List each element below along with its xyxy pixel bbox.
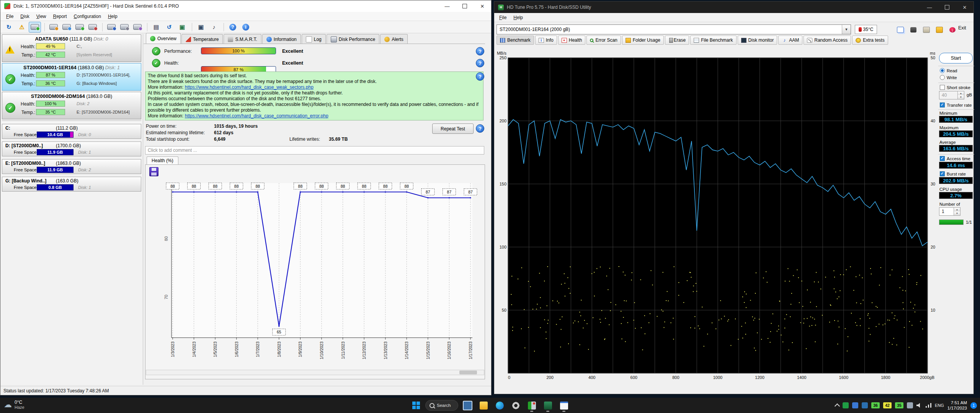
tab-disk-performance[interactable]: Disk Performance: [327, 34, 379, 44]
folder-toolbar-button[interactable]: [934, 24, 945, 35]
tab-temperature[interactable]: Temperature: [181, 34, 223, 44]
burst-rate-checkbox-control[interactable]: [940, 171, 945, 176]
tab-disk-monitor[interactable]: Disk monitor: [738, 36, 777, 45]
passes-spinner[interactable]: 1 ▲▼: [939, 207, 960, 216]
tab-health[interactable]: +Health: [558, 36, 586, 45]
info-toolbar-button[interactable]: i: [240, 22, 252, 33]
repeat-test-help-icon[interactable]: ?: [476, 124, 484, 133]
taskbar-app-notepad[interactable]: [557, 398, 571, 412]
taskbar-app-task-view[interactable]: [461, 398, 474, 412]
scrollbar-thumb[interactable]: [459, 371, 477, 374]
sync-toolbar-button[interactable]: ↺: [163, 22, 175, 33]
disk-gauge-toolbar-button[interactable]: [47, 22, 60, 33]
temperature-tray-badge[interactable]: 36: [871, 402, 880, 408]
disk-clock-toolbar-button[interactable]: [60, 22, 73, 33]
tab-extra-tests[interactable]: Extra tests: [852, 36, 888, 45]
refresh-toolbar-button[interactable]: ↻: [3, 22, 15, 33]
cloud-tray-icon[interactable]: [907, 402, 913, 408]
disk-list-item[interactable]: ST2000DM001-1ER164 (1863.0 GB) Disk: 1✓H…: [2, 63, 141, 91]
short-stroke-checkbox-control[interactable]: [940, 85, 945, 90]
sound-toolbar-button[interactable]: ♪: [208, 22, 220, 33]
printer-toolbar-button[interactable]: [921, 24, 932, 35]
partition-list-item[interactable]: C:(111.2 GB)Free Space10.4 GBDisk: 0: [2, 124, 141, 139]
spinner-down-icon[interactable]: ▼: [954, 211, 960, 215]
hdt-menu-help[interactable]: Help: [510, 14, 526, 21]
tab-information[interactable]: Information: [262, 34, 301, 44]
disk-eject-toolbar-button[interactable]: [118, 22, 131, 33]
close-button[interactable]: ✕: [474, 0, 491, 12]
close-button[interactable]: ✕: [956, 2, 973, 13]
disk-list-item[interactable]: ST2000DM006-2DM164 (1863.0 GB) ✓Health:1…: [2, 92, 141, 119]
taskbar-app-start[interactable]: [409, 398, 423, 412]
language-indicator[interactable]: ENG: [935, 403, 944, 408]
status-message-link[interactable]: https://www.hdsentinel.com/hard_disk_cas…: [185, 85, 314, 90]
help-toolbar-button[interactable]: ?: [227, 22, 239, 33]
shield-tray-icon[interactable]: [862, 402, 868, 408]
tab-overview[interactable]: Overview: [146, 33, 181, 44]
spinner-down-icon[interactable]: ▼: [958, 95, 964, 99]
message-help-icon[interactable]: ?: [476, 72, 484, 81]
read-radio-control[interactable]: [940, 68, 945, 73]
monitor-config-toolbar-button[interactable]: ▣: [195, 22, 207, 33]
tab-erase[interactable]: Erase: [665, 36, 689, 45]
access-time-checkbox[interactable]: Access time: [940, 156, 970, 161]
chart-horizontal-scrollbar[interactable]: [146, 370, 484, 375]
camera-toolbar-button[interactable]: [908, 24, 919, 35]
tab-random-access[interactable]: Random Access: [804, 36, 851, 45]
transfer-rate-checkbox-control[interactable]: [940, 102, 945, 107]
minimize-button[interactable]: —: [438, 0, 456, 12]
tab-benchmark[interactable]: Benchmark: [497, 36, 534, 45]
tab-log[interactable]: Log: [302, 34, 326, 44]
tab-aam[interactable]: ♪AAM: [778, 36, 802, 45]
partition-list-item[interactable]: D: [ST2000DM0..](1700.0 GB)Free Space11.…: [2, 141, 141, 156]
volume-icon[interactable]: [916, 403, 922, 408]
minimize-button[interactable]: —: [921, 2, 938, 13]
exit-button[interactable]: Exit: [958, 25, 966, 31]
disk-tools-toolbar-button[interactable]: [87, 22, 99, 33]
short-stroke-checkbox[interactable]: Short stroke: [940, 85, 970, 90]
health-help-icon[interactable]: ?: [476, 59, 484, 67]
taskbar-app-file-explorer[interactable]: [477, 398, 490, 412]
maximize-button[interactable]: [456, 0, 474, 12]
temperature-tray-badge[interactable]: 42: [883, 402, 892, 408]
tab-error-scan[interactable]: Error Scan: [586, 36, 621, 45]
hds-menu-disk[interactable]: Disk: [17, 13, 33, 20]
write-radio-control[interactable]: [940, 75, 945, 80]
access-time-checkbox-control[interactable]: [940, 156, 945, 161]
taskbar-clock[interactable]: 7:51 AM1/17/2023: [947, 400, 967, 411]
hds-menu-file[interactable]: File: [3, 13, 17, 20]
temperature-tray-badge[interactable]: 35: [895, 402, 903, 408]
notification-badge[interactable]: 1: [970, 402, 977, 409]
hdsentinel-tray-icon[interactable]: [843, 402, 849, 408]
write-radio[interactable]: Write: [940, 75, 957, 80]
tray-chevron-up-icon[interactable]: [835, 403, 840, 408]
taskbar-app-settings[interactable]: [509, 398, 523, 412]
disk-list-item[interactable]: ADATA SU650 (111.8 GB) Disk: 0Health:49 …: [2, 34, 141, 62]
report-warning-toolbar-button[interactable]: ⚠: [16, 22, 28, 33]
maximize-button[interactable]: [938, 2, 956, 13]
hdt-menu-file[interactable]: File: [496, 14, 510, 21]
health-chart-tab[interactable]: Health (%): [147, 156, 178, 164]
taskbar-app-edge[interactable]: [493, 398, 506, 412]
tab-smart[interactable]: S.M.A.R.T.: [224, 34, 261, 44]
start-button[interactable]: Start: [939, 53, 973, 63]
hds-menu-report[interactable]: Report: [50, 13, 70, 20]
copy-toolbar-button[interactable]: [895, 24, 906, 35]
monitor-tray-icon[interactable]: [852, 402, 858, 408]
disk-select-toolbar-button[interactable]: [29, 22, 41, 33]
disk-device-toolbar-button[interactable]: [131, 22, 144, 33]
transfer-rate-checkbox[interactable]: Transfer rate: [940, 102, 972, 107]
tab-folder-usage[interactable]: Folder Usage: [622, 36, 664, 45]
short-stroke-size-spinner[interactable]: 40 ▲▼: [939, 91, 964, 99]
burst-rate-checkbox[interactable]: Burst rate: [940, 171, 966, 176]
search-box[interactable]: Search: [425, 400, 458, 411]
read-radio[interactable]: Read: [940, 68, 957, 73]
spinner-up-icon[interactable]: ▲: [958, 91, 964, 95]
tab-info[interactable]: iInfo: [535, 36, 557, 45]
weather-widget[interactable]: ☁ 0°C Haze: [4, 400, 24, 410]
tab-file-benchmark[interactable]: File Benchmark: [690, 36, 736, 45]
spinner-arrows[interactable]: ▲▼: [957, 91, 964, 99]
drive-select-dropdown[interactable]: ST2000DM001-1ER164 (2000 gB) ▼: [497, 24, 851, 34]
taskbar-app-hd-tune[interactable]: [541, 398, 555, 412]
hds-menu-view[interactable]: View: [33, 13, 50, 20]
